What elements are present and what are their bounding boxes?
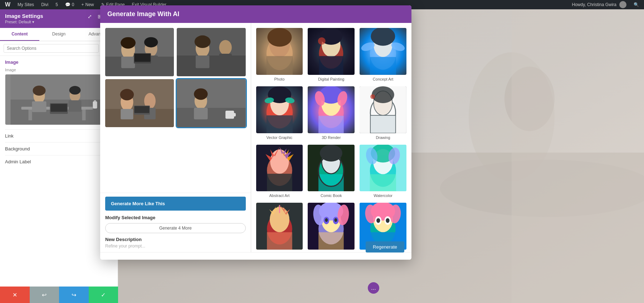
comments-count: 0	[72, 2, 74, 7]
wordpress-icon: W	[5, 1, 10, 8]
ai-modal-title: Generate Image With AI	[107, 10, 179, 18]
svg-point-64	[318, 37, 326, 45]
modal-image-1[interactable]	[105, 28, 174, 76]
style-digital-painting[interactable]: Digital Painting	[308, 28, 355, 81]
new-label: New	[86, 2, 94, 7]
style-concept-art[interactable]: Concept Art	[360, 28, 406, 81]
modal-img-placeholder-4	[177, 79, 245, 128]
style-drawing-label: Drawing	[376, 135, 390, 140]
modal-image-2[interactable]	[177, 28, 245, 76]
generate4-button[interactable]: Generate 4 More	[105, 223, 246, 233]
background-section[interactable]: Background ▾	[5, 142, 113, 155]
panel-expand-btn[interactable]: ⤢	[86, 13, 93, 20]
search-options-input[interactable]	[4, 44, 99, 53]
style-thumb-anime	[308, 203, 355, 250]
svg-point-38	[195, 35, 211, 48]
cancel-button[interactable]: ✕	[0, 287, 30, 303]
svg-rect-65	[319, 56, 343, 74]
link-label: Link	[5, 133, 14, 139]
style-thumb-painting	[256, 203, 303, 250]
admin-label-section[interactable]: Admin Label ▾	[5, 155, 113, 168]
new-item[interactable]: + New	[79, 0, 96, 9]
modal-styles-panel: Photo	[251, 23, 412, 252]
svg-rect-89	[370, 115, 396, 133]
svg-rect-13	[93, 101, 97, 109]
svg-rect-128	[318, 232, 344, 250]
svg-point-87	[372, 86, 394, 103]
tab-design[interactable]: Design	[39, 28, 79, 41]
svg-point-54	[194, 88, 208, 100]
style-painting[interactable]: Painting	[256, 203, 303, 252]
style-grid: Photo	[256, 28, 407, 252]
my-sites-menu[interactable]: My Sites	[15, 0, 36, 9]
style-thumb-vector	[256, 86, 303, 133]
svg-rect-77	[266, 115, 292, 133]
svg-rect-12	[51, 104, 67, 112]
greeting-text: Howdy, Christina Gwira	[572, 2, 616, 7]
svg-rect-33	[135, 54, 151, 62]
image-section: Image ▲ ⋮ Image	[5, 59, 113, 125]
style-abstract-art[interactable]: Abstract Art	[256, 145, 303, 198]
svg-rect-110	[370, 174, 396, 191]
svg-point-45	[120, 89, 134, 100]
image-section-header: Image ▲ ⋮	[5, 59, 113, 65]
svg-point-7	[33, 86, 46, 96]
style-photo[interactable]: Photo	[256, 28, 303, 81]
divi-label: Divi	[41, 2, 48, 7]
svg-rect-96	[267, 174, 292, 192]
undo-button[interactable]: ↩	[30, 287, 59, 303]
style-watercolor[interactable]: Watercolor	[360, 145, 406, 198]
check-icon: ✓	[101, 292, 106, 298]
svg-point-92	[270, 149, 289, 174]
redo-button[interactable]: ↪	[59, 287, 89, 303]
svg-rect-56	[233, 113, 236, 116]
user-greeting[interactable]: Howdy, Christina Gwira	[570, 1, 629, 8]
style-anime[interactable]: Anime ✓	[308, 203, 355, 252]
search-admin-icon[interactable]: 🔍	[631, 2, 641, 7]
modal-img-placeholder-2	[177, 28, 245, 76]
wp-logo[interactable]: W	[3, 0, 13, 9]
plus-icon: +	[82, 2, 84, 7]
style-thumb-watercolor	[360, 145, 406, 192]
modal-image-4[interactable]	[177, 79, 245, 128]
modal-image-3[interactable]	[105, 79, 174, 128]
style-thumb-digital	[308, 28, 355, 75]
svg-rect-60	[266, 56, 292, 74]
scene-svg-3	[105, 79, 174, 128]
comments-item[interactable]: 💬 0	[63, 0, 77, 9]
image-preview-placeholder	[5, 74, 112, 125]
style-thumb-comic	[308, 145, 355, 192]
confirm-button[interactable]: ✓	[89, 287, 118, 303]
divi-menu[interactable]: Divi	[39, 0, 50, 9]
image-label: Image	[5, 68, 113, 72]
new-desc-label: New Description	[105, 237, 246, 242]
ai-modal-body: Generate More Like This Modify Selected …	[100, 23, 411, 252]
close-icon: ✕	[13, 292, 17, 298]
style-drawing[interactable]: Drawing	[360, 86, 406, 140]
regenerate-button[interactable]: Regenerate	[366, 241, 404, 252]
style-vector-label: Vector Graphic	[267, 135, 293, 140]
svg-point-10	[69, 86, 81, 95]
bubble-icon: 💬	[65, 2, 70, 7]
three-dots-button[interactable]: ...	[368, 282, 379, 294]
tab-content[interactable]: Content	[0, 28, 39, 41]
svg-point-137	[376, 218, 380, 223]
style-3d-render[interactable]: 3D Render	[308, 86, 355, 140]
style-comic-book[interactable]: Comic Book	[308, 145, 355, 198]
modify-label: Modify Selected Image	[105, 215, 246, 220]
modal-controls-area: Generate More Like This Modify Selected …	[100, 193, 251, 252]
undo-icon: ↩	[42, 292, 47, 298]
modal-images-area	[100, 23, 251, 193]
panel-preset[interactable]: Preset: Default ▾	[5, 20, 113, 24]
style-thumb-abstract	[256, 145, 303, 192]
ai-modal-header: Generate Image With AI	[100, 5, 411, 23]
scene-svg-1	[105, 28, 174, 76]
svg-rect-27	[121, 57, 135, 68]
link-section[interactable]: Link ▾	[5, 129, 113, 142]
counter-item[interactable]: 5	[53, 0, 60, 9]
style-watercolor-label: Watercolor	[374, 193, 392, 198]
style-vector-graphic[interactable]: Vector Graphic	[256, 86, 303, 140]
style-thumb-drawing	[360, 86, 406, 133]
svg-rect-51	[177, 108, 245, 127]
generate-more-button[interactable]: Generate More Like This	[105, 197, 246, 211]
